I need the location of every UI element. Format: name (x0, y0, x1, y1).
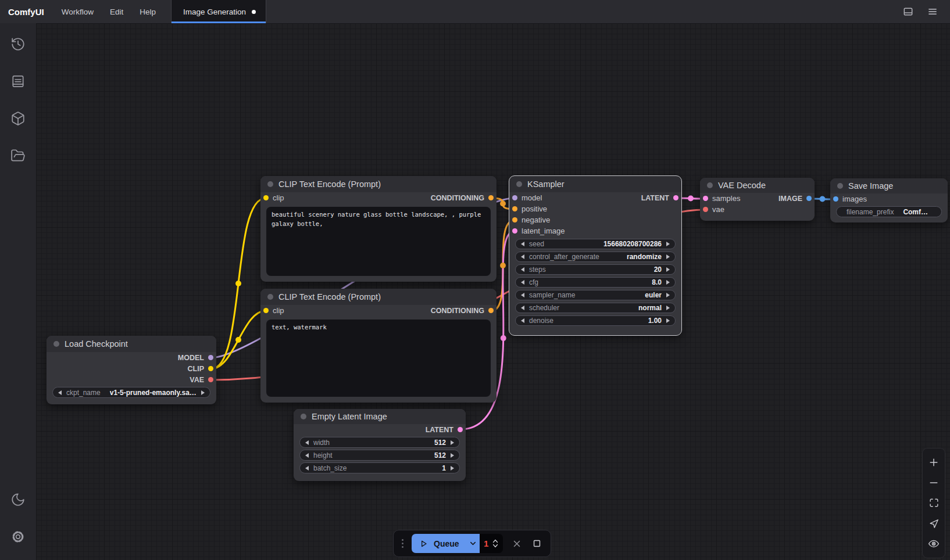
input-slot-positive[interactable] (512, 206, 517, 211)
prev-value-arrow-icon[interactable] (521, 254, 524, 259)
toggle-link-visibility-button[interactable] (925, 535, 942, 552)
collapse-dot[interactable] (267, 294, 273, 300)
link-midpoint-dot[interactable] (501, 335, 506, 341)
increment-arrow-icon[interactable] (451, 466, 454, 471)
node-clip-text-encode-negative[interactable]: CLIP Text Encode (Prompt) clip CONDITION… (260, 289, 497, 403)
increment-arrow-icon[interactable] (666, 280, 670, 285)
collapse-dot[interactable] (516, 181, 522, 187)
increment-arrow-icon[interactable] (451, 440, 454, 445)
collapse-dot[interactable] (53, 341, 59, 347)
link-midpoint-dot[interactable] (500, 201, 506, 207)
sidebar-workflows-button[interactable] (5, 143, 31, 168)
node-header[interactable]: VAE Decode (700, 178, 815, 193)
node-header[interactable]: CLIP Text Encode (Prompt) (260, 176, 497, 192)
node-ksampler[interactable]: KSampler model LATENT positive negative … (509, 176, 681, 335)
link-midpoint-dot[interactable] (235, 337, 241, 343)
decrement-arrow-icon[interactable] (521, 280, 524, 285)
node-save-image[interactable]: Save Image images filename_prefix ComfyU… (830, 178, 948, 222)
collapse-dot[interactable] (301, 414, 306, 419)
widget-width[interactable]: width 512 (299, 437, 460, 448)
output-slot-clip[interactable] (208, 366, 213, 371)
increment-arrow-icon[interactable] (666, 318, 670, 323)
decrement-arrow-icon[interactable] (305, 440, 309, 445)
stop-button[interactable] (530, 536, 544, 551)
widget-steps[interactable]: steps 20 (515, 264, 676, 275)
prompt-textarea[interactable]: text, watermark (266, 320, 491, 397)
collapse-dot[interactable] (837, 183, 843, 189)
queue-button[interactable]: Queue (412, 534, 467, 553)
next-value-arrow-icon[interactable] (666, 254, 670, 259)
node-empty-latent-image[interactable]: Empty Latent Image LATENT width 512 heig… (294, 409, 466, 481)
output-slot-model[interactable] (208, 355, 213, 360)
output-slot-conditioning[interactable] (488, 308, 494, 313)
next-value-arrow-icon[interactable] (201, 390, 205, 395)
link-midpoint-dot[interactable] (688, 196, 694, 202)
widget-batch-size[interactable]: batch_size 1 (299, 462, 460, 473)
widget-height[interactable]: height 512 (299, 450, 460, 461)
widget-ckpt-name[interactable]: ckpt_name v1-5-pruned-emaonly.safete... (52, 387, 210, 398)
prompt-textarea[interactable]: beautiful scenery nature glass bottle la… (266, 207, 491, 276)
fit-view-button[interactable] (925, 494, 942, 512)
widget-seed[interactable]: seed 156680208700286 (515, 239, 676, 249)
toggle-bottom-panel-button[interactable] (899, 2, 917, 21)
input-slot-vae[interactable] (703, 207, 708, 212)
link-midpoint-dot[interactable] (820, 196, 826, 202)
link-midpoint-dot[interactable] (235, 281, 241, 286)
zoom-in-button[interactable] (925, 454, 942, 471)
input-slot-clip[interactable] (263, 308, 269, 313)
sidebar-queue-button[interactable] (5, 69, 31, 94)
collapse-dot[interactable] (267, 181, 273, 187)
next-value-arrow-icon[interactable] (666, 293, 670, 297)
main-menu-button[interactable] (923, 2, 942, 21)
input-slot-latent-image[interactable] (512, 228, 517, 234)
menu-help[interactable]: Help (131, 0, 164, 23)
prev-value-arrow-icon[interactable] (58, 390, 62, 395)
menu-edit[interactable]: Edit (102, 0, 131, 23)
output-slot-vae[interactable] (208, 377, 213, 382)
decrement-arrow-icon[interactable] (305, 453, 309, 458)
widget-scheduler[interactable]: scheduler normal (515, 303, 676, 313)
input-slot-model[interactable] (512, 195, 517, 200)
input-slot-images[interactable] (833, 196, 838, 202)
tab-image-generation[interactable]: Image Generation (172, 0, 266, 23)
output-slot-image[interactable] (806, 196, 812, 201)
link-midpoint-dot[interactable] (500, 263, 506, 268)
stepper-down-icon[interactable] (492, 544, 499, 548)
node-load-checkpoint[interactable]: Load Checkpoint MODEL CLIP VAE ckpt_name… (47, 336, 216, 404)
increment-arrow-icon[interactable] (666, 267, 670, 272)
input-slot-clip[interactable] (263, 195, 269, 200)
node-header[interactable]: CLIP Text Encode (Prompt) (260, 289, 497, 305)
output-slot-latent[interactable] (673, 195, 678, 200)
batch-count-input[interactable]: 1 (480, 534, 503, 553)
widget-control-after-generate[interactable]: control_after_generate randomize (515, 252, 676, 262)
widget-sampler-name[interactable]: sampler_name euler (515, 290, 676, 300)
sidebar-model-library-button[interactable] (5, 106, 31, 131)
increment-arrow-icon[interactable] (666, 242, 670, 246)
sidebar-workflow-history-button[interactable] (5, 31, 31, 57)
output-slot-conditioning[interactable] (488, 195, 494, 200)
widget-cfg[interactable]: cfg 8.0 (515, 277, 676, 288)
decrement-arrow-icon[interactable] (305, 466, 309, 471)
prev-value-arrow-icon[interactable] (521, 306, 524, 310)
increment-arrow-icon[interactable] (451, 453, 454, 458)
zoom-out-button[interactable] (925, 474, 942, 491)
queue-options-dropdown[interactable] (467, 534, 480, 553)
input-slot-negative[interactable] (512, 217, 517, 222)
app-logo[interactable]: ComfyUI (0, 0, 53, 23)
widget-filename-prefix[interactable]: filename_prefix ComfyUI (836, 206, 942, 217)
menu-workflow[interactable]: Workflow (53, 0, 102, 23)
decrement-arrow-icon[interactable] (521, 318, 524, 323)
theme-toggle-button[interactable] (5, 487, 31, 512)
clear-queue-button[interactable] (510, 536, 523, 551)
node-header[interactable]: Save Image (830, 178, 948, 193)
node-header[interactable]: KSampler (509, 176, 681, 192)
collapse-dot[interactable] (707, 182, 713, 188)
drag-handle[interactable] (401, 537, 405, 550)
select-mode-button[interactable] (925, 515, 942, 532)
settings-button[interactable] (5, 524, 31, 550)
stepper-up-icon[interactable] (492, 539, 499, 543)
decrement-arrow-icon[interactable] (521, 267, 524, 272)
node-vae-decode[interactable]: VAE Decode samples IMAGE vae (700, 178, 815, 221)
next-value-arrow-icon[interactable] (666, 306, 670, 310)
prev-value-arrow-icon[interactable] (521, 293, 524, 297)
